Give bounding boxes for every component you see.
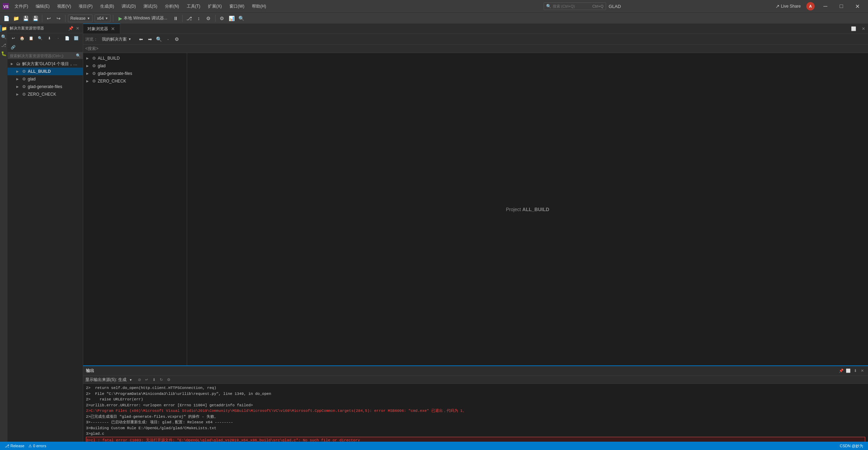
activity-search[interactable]: 🔍: [0, 33, 7, 40]
search-solution-input[interactable]: [10, 54, 76, 58]
tree-item-zero-check[interactable]: ▶ ⚙ ZERO_CHECK: [8, 90, 83, 98]
output-wrap-icon[interactable]: ↵: [144, 377, 150, 383]
output-panel: 输出 📌 ⬜ ⬇ ✕ 显示输出来源(S): 生成 ▼ ⊘ ↵ ⬇: [83, 365, 868, 442]
sol-toolbar-btn1[interactable]: ↩: [9, 34, 17, 42]
tree-item-all-build[interactable]: ▶ ⚙ ALL_BUILD: [8, 68, 83, 75]
output-line: 2> return self.do_open(http.client.HTTPS…: [86, 385, 865, 391]
global-search-input[interactable]: [553, 4, 591, 8]
sep5: [215, 15, 216, 22]
sep2: [65, 15, 65, 22]
sol-toolbar-btn4[interactable]: 🔍: [36, 34, 44, 42]
glad-icon: ⚙: [21, 76, 27, 82]
more-tools-btn[interactable]: ⚙: [218, 14, 226, 23]
obj-all-build-expand: ▶: [85, 55, 90, 61]
obj-icon4[interactable]: ·: [164, 35, 172, 43]
obj-icon1[interactable]: ⬅: [137, 35, 145, 43]
panel-restore-btn[interactable]: ⬜: [848, 24, 859, 34]
obj-tree-panel: ▶ ⚙ ALL_BUILD ▶ ⚙ glad ▶ ⚙ glad-generate…: [83, 53, 187, 365]
save-all-btn[interactable]: 💾: [31, 14, 40, 23]
activity-explorer[interactable]: 📁: [0, 25, 7, 32]
menu-tools[interactable]: 工具(T): [183, 2, 204, 11]
sol-toolbar-btn3[interactable]: 📋: [27, 34, 35, 42]
live-share-button[interactable]: ↗ Live Share: [773, 2, 804, 10]
activity-debug[interactable]: 🐛: [0, 50, 7, 57]
config-dropdown[interactable]: Release ▼: [68, 15, 93, 22]
git-btn[interactable]: ⎇: [185, 14, 193, 23]
sync-btn[interactable]: ↕: [195, 14, 203, 23]
obj-tree-zero-check[interactable]: ▶ ⚙ ZERO_CHECK: [83, 77, 187, 85]
panel-close-tab-btn[interactable]: ✕: [859, 24, 868, 34]
sol-toolbar-btn9[interactable]: 🔗: [9, 43, 17, 51]
menu-view[interactable]: 视图(V): [54, 2, 74, 11]
tab-object-browser-close[interactable]: ✕: [110, 26, 116, 32]
solution-root-item[interactable]: ▶ 🗂 解决方案'GLAD'(4 个项目，共 4 个): [8, 60, 83, 68]
window-title: GLAD: [609, 4, 621, 9]
user-avatar[interactable]: A: [806, 2, 815, 10]
pin-icon[interactable]: 📌: [68, 25, 74, 32]
perf-btn[interactable]: 📊: [228, 14, 236, 23]
output-close-icon[interactable]: ✕: [859, 368, 865, 374]
output-refresh-icon[interactable]: ↻: [158, 377, 165, 383]
obj-glad-label: glad: [98, 63, 106, 68]
menu-file[interactable]: 文件(F): [11, 2, 32, 11]
sol-toolbar-btn5[interactable]: ⬇: [45, 34, 53, 42]
obj-icon2[interactable]: ➡: [146, 35, 154, 43]
output-float-icon[interactable]: ⬜: [845, 368, 851, 374]
output-content[interactable]: 2> return self.do_open(http.client.HTTPS…: [83, 384, 868, 442]
search-solution-box[interactable]: 🔍: [8, 52, 83, 59]
undo-btn[interactable]: ↩: [45, 14, 53, 23]
status-right-text[interactable]: CSDN @妙为: [838, 443, 865, 449]
menu-window[interactable]: 窗口(W): [226, 2, 248, 11]
tree-item-glad-gen[interactable]: ▶ ⚙ glad-generate-files: [8, 83, 83, 90]
solution-explorer-panel: 解决方案资源管理器 📌 ✕ ↩ 🏠 📋 🔍 ⬇ · 📄 🔢 🔗 🔍 ▶: [8, 24, 83, 442]
new-file-btn[interactable]: 📄: [2, 14, 10, 23]
platform-arrow: ▼: [105, 17, 108, 20]
obj-tree-glad[interactable]: ▶ ⚙ glad: [83, 62, 187, 70]
obj-glad-expand: ▶: [85, 63, 90, 69]
tree-item-glad[interactable]: ▶ ⚙ glad: [8, 75, 83, 83]
obj-source-dropdown[interactable]: 我的解决方案 ▼: [100, 36, 133, 43]
tab-object-browser[interactable]: 对象浏览器 ✕: [83, 24, 120, 34]
menu-build[interactable]: 生成(B): [97, 2, 117, 11]
output-filter-icon[interactable]: ⚙: [166, 377, 172, 383]
obj-tree-glad-gen[interactable]: ▶ ⚙ glad-generate-files: [83, 70, 187, 77]
config-arrow: ▼: [87, 17, 90, 20]
redo-btn[interactable]: ↪: [54, 14, 63, 23]
save-btn[interactable]: 💾: [21, 14, 30, 23]
output-clear-icon[interactable]: ⊘: [137, 377, 143, 383]
activity-git[interactable]: ⎇: [0, 42, 7, 49]
menu-help[interactable]: 帮助(H): [248, 2, 270, 11]
minimize-button[interactable]: ─: [817, 0, 833, 12]
global-search-box[interactable]: 🔍 Ctrl+Q: [544, 2, 606, 10]
sol-toolbar-btn8[interactable]: 🔢: [72, 34, 80, 42]
menu-debug[interactable]: 调试(D): [118, 2, 139, 11]
obj-tree-all-build[interactable]: ▶ ⚙ ALL_BUILD: [83, 54, 187, 62]
close-button[interactable]: ✕: [849, 0, 865, 12]
sol-toolbar-btn6[interactable]: ·: [54, 34, 62, 42]
status-errors[interactable]: ⚠ 0 errors: [26, 442, 48, 450]
menu-project[interactable]: 项目(P): [75, 2, 96, 11]
output-sync-icon[interactable]: ⬇: [151, 377, 157, 383]
output-pin-icon[interactable]: 📌: [838, 368, 844, 374]
maximize-button[interactable]: □: [833, 0, 849, 12]
obj-settings-icon[interactable]: ⚙: [173, 35, 181, 43]
open-btn[interactable]: 📁: [12, 14, 20, 23]
menu-extensions[interactable]: 扩展(X): [204, 2, 225, 11]
close-panel-icon[interactable]: ✕: [74, 25, 81, 32]
obj-detail-center-text: Project ALL_BUILD: [506, 207, 549, 212]
profile-btn[interactable]: 🔍: [237, 14, 246, 23]
menu-test[interactable]: 测试(S): [140, 2, 161, 11]
menu-analyze[interactable]: 分析(N): [161, 2, 183, 11]
output-source-dropdown[interactable]: 生成 ▼: [118, 377, 132, 383]
pause-btn[interactable]: ⏸: [172, 14, 180, 23]
settings-btn[interactable]: ⚙: [204, 14, 213, 23]
sol-toolbar-btn2[interactable]: 🏠: [18, 34, 26, 42]
run-button[interactable]: ▶ 本地 Windows 调试器...: [116, 15, 170, 22]
platform-dropdown[interactable]: x64 ▼: [95, 15, 111, 22]
menu-edit[interactable]: 编辑(E): [32, 2, 53, 11]
output-dock-icon[interactable]: ⬇: [852, 368, 858, 374]
obj-browser-search-bar[interactable]: <搜索>: [83, 45, 868, 53]
obj-icon3[interactable]: 🔍: [155, 35, 163, 43]
status-config[interactable]: ⎇ Release: [3, 442, 26, 450]
sol-toolbar-btn7[interactable]: 📄: [63, 34, 71, 42]
